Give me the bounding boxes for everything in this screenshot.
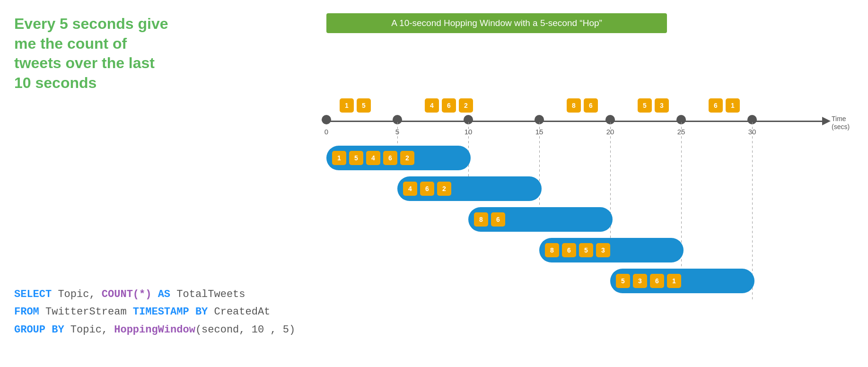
wt-2-2: 6 (420, 182, 434, 196)
wt-5-4: 1 (667, 274, 681, 288)
sql-select-kw: SELECT (14, 288, 52, 300)
sql-count-kw: COUNT(*) (102, 288, 152, 300)
window-bar-1: 1 5 4 6 2 (326, 146, 471, 170)
tick-label-0: 0 (324, 128, 328, 136)
top-token-3a: 3 (655, 98, 669, 113)
top-token-1: 1 (340, 98, 354, 113)
window-bar-3: 8 6 (468, 207, 613, 232)
sql-hopping-kw: HoppingWindow (114, 324, 195, 336)
tick-0 (322, 115, 331, 124)
window-bar-4: 8 6 5 3 (539, 238, 684, 262)
timeline-area: Time (secs) 0 5 10 15 20 25 30 1 5 4 6 2… (298, 38, 847, 322)
wt-5-1: 5 (616, 274, 630, 288)
top-token-6a: 6 (442, 98, 456, 113)
wt-4-1: 8 (545, 243, 559, 257)
wt-1-2: 5 (349, 151, 363, 165)
wt-3-2: 6 (491, 212, 505, 227)
description-text: Every 5 seconds give me the count of twe… (14, 14, 175, 93)
wt-2-3: 2 (437, 182, 451, 196)
wt-1-1: 1 (332, 151, 346, 165)
title-bar: A 10-second Hopping Window with a 5-seco… (326, 13, 667, 33)
wt-5-3: 6 (650, 274, 664, 288)
axis-arrow (822, 117, 831, 125)
top-token-6b: 6 (584, 98, 598, 113)
wt-4-4: 3 (596, 243, 610, 257)
sql-line-1: SELECT Topic, COUNT(*) AS TotalTweets (14, 286, 295, 303)
sql-group-kw: GROUP (14, 324, 45, 336)
dashed-2 (539, 122, 540, 217)
wt-5-2: 3 (633, 274, 647, 288)
top-token-5a: 5 (357, 98, 371, 113)
top-token-6c: 6 (709, 98, 723, 113)
sql-block: SELECT Topic, COUNT(*) AS TotalTweets FR… (14, 286, 295, 339)
wt-4-3: 5 (579, 243, 593, 257)
top-token-2a: 2 (459, 98, 473, 113)
window-bar-2: 4 6 2 (397, 176, 542, 201)
top-token-1b: 1 (726, 98, 740, 113)
sql-timestamp-kw: TIMESTAMP (133, 306, 189, 318)
axis-label: Time (secs) (832, 115, 850, 131)
top-token-4a: 4 (425, 98, 439, 113)
wt-3-1: 8 (474, 212, 488, 227)
wt-1-5: 2 (400, 151, 414, 165)
sql-line-3: GROUP BY Topic, HoppingWindow(second, 10… (14, 321, 295, 339)
top-token-8a: 8 (567, 98, 581, 113)
wt-4-2: 6 (562, 243, 576, 257)
wt-1-3: 4 (366, 151, 380, 165)
sql-from-kw: FROM (14, 306, 39, 318)
window-bar-5: 5 3 6 1 (610, 269, 754, 293)
top-token-5b: 5 (638, 98, 652, 113)
wt-1-4: 6 (383, 151, 397, 165)
wt-2-1: 4 (403, 182, 417, 196)
sql-line-2: FROM TwitterStream TIMESTAMP BY CreatedA… (14, 303, 295, 321)
